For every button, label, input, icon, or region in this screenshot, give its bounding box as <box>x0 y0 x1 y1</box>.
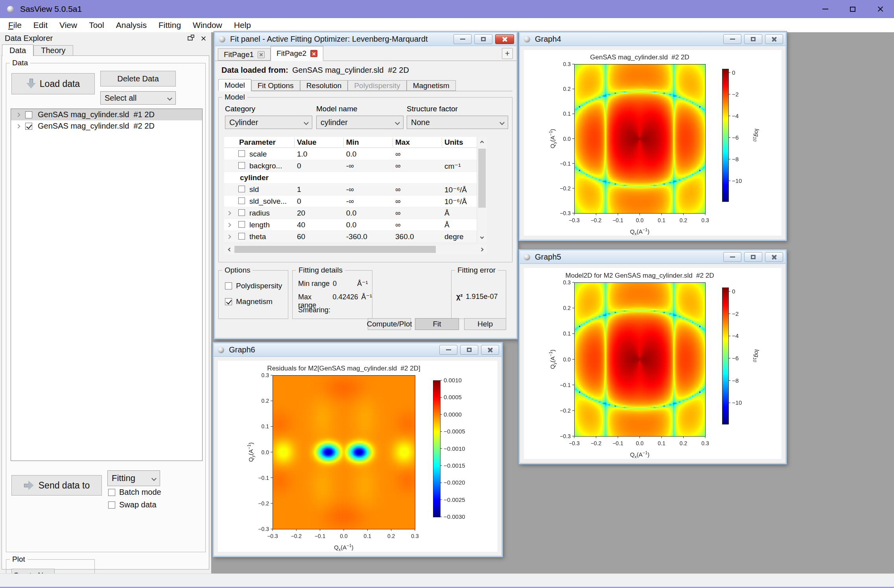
menu-tool[interactable]: Tool <box>83 18 110 32</box>
parameter-row[interactable]: backgro...0-∞∞cm⁻¹ <box>224 160 477 172</box>
graph4-heatmap[interactable] <box>524 50 782 236</box>
parameter-checkbox[interactable] <box>238 221 245 228</box>
close-tab-icon[interactable] <box>258 51 265 58</box>
minimize-icon <box>730 39 735 40</box>
option-magnetism[interactable]: Magnetism <box>225 297 273 306</box>
expand-chevron-icon[interactable] <box>227 211 231 215</box>
minimize-button[interactable] <box>439 345 457 355</box>
data-tab-page: Data Load data Delete Data Select all Ge… <box>2 55 209 570</box>
magnetism-checkbox[interactable] <box>225 298 232 305</box>
close-button[interactable] <box>481 345 499 355</box>
maximize-button[interactable] <box>460 345 478 355</box>
compute-plot-button[interactable]: Compute/Plot <box>368 318 411 330</box>
scroll-left-arrow[interactable] <box>224 245 234 254</box>
parameter-row[interactable]: length400.0∞Å <box>224 219 477 231</box>
fit-tab-resolution[interactable]: Resolution <box>300 80 348 91</box>
load-data-button[interactable]: Load data <box>11 73 95 94</box>
min-range-unit: Å⁻¹ <box>357 279 368 288</box>
category-combo[interactable]: Cylinder <box>225 116 312 129</box>
close-button[interactable] <box>765 252 783 262</box>
tree-item[interactable]: GenSAS mag_cylinder.sld #2 2D <box>11 120 202 132</box>
minimize-button[interactable] <box>453 34 472 44</box>
parameter-max: 360.0 <box>395 232 414 241</box>
select-all-combo[interactable]: Select all <box>100 91 176 105</box>
model-name-combo[interactable]: cylinder <box>316 116 404 129</box>
menu-window[interactable]: Window <box>187 18 228 32</box>
parameter-row[interactable]: theta60-360.0360.0degre <box>224 231 477 243</box>
menu-help[interactable]: Help <box>228 18 257 32</box>
maximize-button[interactable] <box>474 34 492 44</box>
option-polydispersity[interactable]: Polydispersity <box>225 282 282 290</box>
expand-chevron-icon[interactable] <box>16 112 20 117</box>
swap-data-option[interactable]: Swap data <box>108 500 157 509</box>
graph5-heatmap[interactable] <box>524 268 782 459</box>
batch-mode-checkbox[interactable] <box>108 489 115 496</box>
horizontal-scrollbar[interactable] <box>224 245 487 254</box>
data-tree: GenSAS mag_cylinder.sld #1 2DGenSAS mag_… <box>11 109 203 461</box>
minimize-button[interactable] <box>723 34 741 44</box>
parameter-row[interactable]: radius200.0∞Å <box>224 207 477 219</box>
close-panel-icon[interactable] <box>201 36 206 41</box>
close-button[interactable] <box>866 0 894 18</box>
vertical-scrollbar[interactable] <box>477 137 487 242</box>
expand-chevron-icon[interactable] <box>227 234 231 239</box>
parameter-row[interactable]: scale1.00.0∞ <box>224 148 477 160</box>
parameter-min: -∞ <box>346 162 354 170</box>
parameter-checkbox[interactable] <box>238 233 245 240</box>
expand-chevron-icon[interactable] <box>227 223 231 227</box>
close-button[interactable] <box>765 34 783 44</box>
tree-item-checkbox[interactable] <box>25 123 32 130</box>
menu-fitting[interactable]: Fitting <box>153 18 187 32</box>
window-icon <box>524 254 530 260</box>
fit-tab-magnetism[interactable]: Magnetism <box>407 80 456 91</box>
minimize-button[interactable] <box>723 252 741 262</box>
tree-item-checkbox[interactable] <box>25 111 32 118</box>
expand-chevron-icon[interactable] <box>16 124 20 128</box>
minimize-button[interactable] <box>811 0 839 18</box>
maximize-button[interactable] <box>744 252 762 262</box>
header-separator <box>442 138 442 147</box>
float-panel-icon[interactable] <box>188 36 193 41</box>
scroll-down-arrow[interactable] <box>477 233 487 242</box>
tab-theory[interactable]: Theory <box>33 45 73 56</box>
parameter-checkbox[interactable] <box>238 162 245 169</box>
scroll-up-arrow[interactable] <box>477 137 487 146</box>
parameter-row[interactable]: sld_solve...0-∞∞10⁻⁶/Å <box>224 195 477 207</box>
close-tab-icon[interactable] <box>310 50 317 57</box>
fit-help-button[interactable]: Help <box>464 318 506 330</box>
batch-mode-option[interactable]: Batch mode <box>108 488 161 497</box>
fit-tab-model[interactable]: Model <box>218 79 251 91</box>
swap-data-checkbox[interactable] <box>108 501 115 509</box>
fitpage-tab-fitpage1[interactable]: FitPage1 <box>218 48 271 61</box>
close-button[interactable] <box>495 34 514 44</box>
fitpage-tab-fitpage2[interactable]: FitPage2 <box>271 46 323 61</box>
scrollbar-thumb[interactable] <box>234 246 436 253</box>
parameter-row[interactable]: sld1-∞∞10⁻⁶/Å <box>224 184 477 195</box>
parameter-checkbox[interactable] <box>238 197 245 204</box>
parameter-checkbox[interactable] <box>238 186 245 192</box>
fit-button[interactable]: Fit <box>415 318 459 330</box>
polydispersity-checkbox[interactable] <box>225 282 232 289</box>
chevron-down-icon <box>151 476 157 481</box>
fit-tab-polydispersity[interactable]: Polydispersity <box>348 80 406 91</box>
send-data-to-button[interactable]: Send data to <box>11 475 102 496</box>
menu-view[interactable]: View <box>53 18 83 32</box>
maximize-button[interactable] <box>839 0 866 18</box>
scrollbar-thumb[interactable] <box>478 149 486 208</box>
add-fitpage-button[interactable]: + <box>502 48 513 59</box>
delete-data-button[interactable]: Delete Data <box>100 71 176 87</box>
parameter-checkbox[interactable] <box>238 150 245 157</box>
send-to-combo[interactable]: Fitting <box>107 470 160 486</box>
menu-file[interactable]: File <box>2 18 28 32</box>
tree-item[interactable]: GenSAS mag_cylinder.sld #1 2D <box>11 109 202 120</box>
menu-edit[interactable]: Edit <box>28 18 53 32</box>
parameter-checkbox[interactable] <box>238 209 245 216</box>
tab-data[interactable]: Data <box>2 44 33 56</box>
maximize-button[interactable] <box>744 34 762 44</box>
menu-analysis[interactable]: Analysis <box>110 18 153 32</box>
minimize-icon <box>460 39 465 40</box>
fit-tab-fit-options[interactable]: Fit Options <box>251 80 300 91</box>
structure-factor-combo[interactable]: None <box>407 116 508 129</box>
graph6-heatmap[interactable] <box>218 361 498 552</box>
scroll-right-arrow[interactable] <box>477 245 487 254</box>
